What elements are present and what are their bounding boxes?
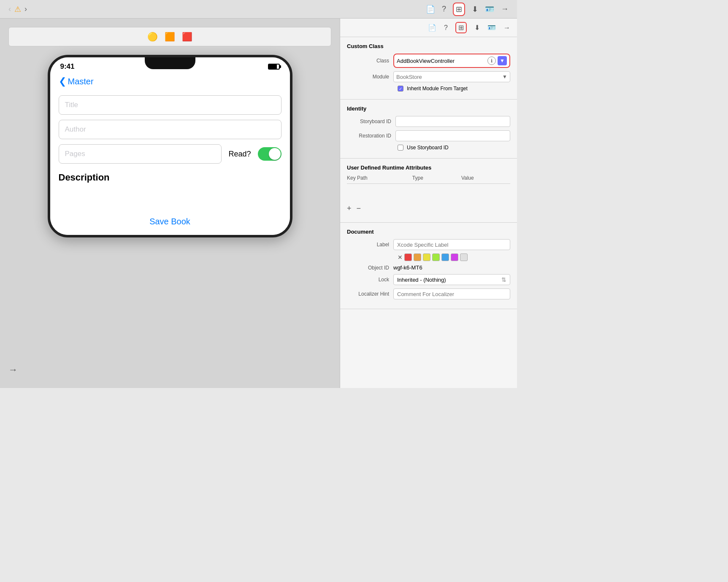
color-dot-blue[interactable] (441, 253, 449, 261)
module-dropdown-arrow[interactable]: ▼ (502, 74, 507, 80)
doc-label-input[interactable] (393, 239, 510, 250)
checkbox-check-icon: ✓ (399, 86, 402, 91)
value-header: Value (461, 175, 510, 181)
file-icon[interactable]: 📄 (426, 5, 435, 14)
module-row: Module ▼ (347, 71, 510, 82)
user-defined-section: User Defined Runtime Attributes Key Path… (340, 159, 517, 223)
phone-frame: 9:41 ❮ Master Title Author Pages (48, 55, 292, 237)
class-input[interactable] (397, 58, 486, 64)
back-arrow-icon[interactable]: ❮ (59, 76, 66, 87)
back-nav: ❮ Master (59, 74, 281, 87)
storyboard-id-label: Storyboard ID (347, 119, 395, 124)
identity-title: Identity (347, 105, 510, 112)
description-label: Description (59, 172, 281, 183)
document-title: Document (347, 229, 510, 235)
use-storyboard-checkbox[interactable] (398, 145, 403, 151)
phone-battery-fill (269, 65, 277, 69)
warning-icon: ⚠ (14, 5, 21, 14)
card-icon[interactable]: 🪪 (485, 5, 494, 14)
help-icon[interactable]: ? (442, 5, 446, 13)
class-input-row: ℹ ▼ (393, 54, 510, 68)
main-content: 🟡 🟧 🟥 9:41 ❮ Master Title (0, 19, 517, 388)
sim-icon-1[interactable]: 🟡 (147, 32, 158, 42)
download-icon[interactable]: ⬇ (472, 5, 478, 14)
insp-inspector-icon[interactable]: ⊞ (455, 22, 467, 33)
lock-label: Lock (347, 277, 393, 283)
color-dot-orange[interactable] (414, 253, 421, 261)
localizer-input[interactable] (393, 288, 510, 299)
insp-card-icon[interactable]: 🪪 (487, 24, 496, 32)
restoration-id-row: Restoration ID (347, 130, 510, 141)
insp-download-icon[interactable]: ⬇ (474, 24, 480, 32)
insp-file-icon[interactable]: 📄 (428, 24, 436, 32)
color-dot-purple[interactable] (451, 253, 458, 261)
phone-content: ❮ Master Title Author Pages Read? Descri… (50, 74, 290, 235)
color-row: ✕ (398, 253, 510, 261)
toggle-switch[interactable] (258, 147, 281, 161)
module-label: Module (347, 74, 393, 80)
class-info-button[interactable]: ℹ (487, 57, 496, 65)
toolbar-left: ‹ ⚠ › (8, 5, 27, 14)
color-dot-green[interactable] (432, 253, 440, 261)
attributes-header: Key Path Type Value (347, 175, 510, 184)
localizer-label: Localizer Hint (347, 291, 393, 297)
arrow-icon[interactable]: → (501, 5, 509, 13)
use-storyboard-row: Use Storyboard ID (398, 145, 510, 151)
custom-class-section: Custom Class Class ℹ ▼ Module ▼ (340, 37, 517, 100)
sim-icon-2[interactable]: 🟧 (165, 32, 175, 42)
color-dot-gray[interactable] (460, 253, 468, 261)
storyboard-id-input[interactable] (395, 116, 510, 127)
attr-actions: + − (347, 201, 510, 216)
module-input[interactable] (396, 74, 501, 80)
simulator-panel: 🟡 🟧 🟥 9:41 ❮ Master Title (0, 19, 340, 388)
title-input[interactable]: Title (59, 95, 281, 115)
use-storyboard-label: Use Storyboard ID (407, 145, 449, 151)
attributes-table: Key Path Type Value (347, 175, 510, 184)
lock-select[interactable]: Inherited - (Nothing) ⇅ (393, 274, 510, 285)
phone-battery (268, 64, 280, 70)
document-section: Document Label ✕ Object ID wgf-k6-MT6 (340, 223, 517, 309)
restoration-id-input[interactable] (395, 130, 510, 141)
sim-icon-3[interactable]: 🟥 (182, 32, 192, 42)
toolbar-nav: ‹ ⚠ › (8, 5, 27, 14)
nav-forward-arrow[interactable]: › (24, 5, 27, 13)
doc-label-row: Label (347, 239, 510, 250)
object-id-value: wgf-k6-MT6 (393, 264, 422, 271)
lock-select-text: Inherited - (Nothing) (397, 277, 446, 283)
inspector-icon[interactable]: ⊞ (453, 3, 465, 16)
inspector-panel: 📄 ? ⊞ ⬇ 🪪 → Custom Class Class ℹ ▼ (340, 19, 517, 388)
insp-arrow-icon[interactable]: → (503, 24, 510, 32)
phone-time: 9:41 (60, 62, 75, 71)
color-dot-yellow[interactable] (423, 253, 430, 261)
custom-class-title: Custom Class (347, 43, 510, 49)
object-id-label: Object ID (347, 265, 393, 271)
pages-read-row: Pages Read? (59, 144, 281, 164)
type-header: Type (412, 175, 461, 181)
class-dropdown-arrow: ▼ (500, 58, 505, 64)
module-input-wrap: ▼ (393, 71, 510, 82)
object-id-row: Object ID wgf-k6-MT6 (347, 264, 510, 271)
back-label[interactable]: Master (68, 77, 94, 86)
user-defined-title: User Defined Runtime Attributes (347, 164, 510, 171)
top-toolbar: ‹ ⚠ › 📄 ? ⊞ ⬇ 🪪 → (0, 0, 517, 19)
inherit-checkbox[interactable]: ✓ (398, 86, 403, 92)
remove-attribute-button[interactable]: − (357, 204, 361, 213)
identity-section: Identity Storyboard ID Restoration ID Us… (340, 100, 517, 159)
phone-notch (145, 57, 195, 69)
author-input[interactable]: Author (59, 120, 281, 139)
class-dropdown-button[interactable]: ▼ (498, 56, 507, 65)
save-book-button[interactable]: Save Book (59, 217, 281, 226)
storyboard-id-row: Storyboard ID (347, 116, 510, 127)
add-attribute-button[interactable]: + (347, 204, 352, 213)
color-x-button[interactable]: ✕ (398, 254, 403, 261)
color-dot-red[interactable] (404, 253, 412, 261)
insp-help-icon[interactable]: ? (444, 24, 448, 32)
class-field-label: Class (347, 58, 393, 64)
pages-input[interactable]: Pages (59, 144, 222, 164)
lock-stepper-arrows[interactable]: ⇅ (501, 276, 506, 283)
inherit-checkbox-row: ✓ Inherit Module From Target (398, 86, 510, 92)
lock-row: Lock Inherited - (Nothing) ⇅ (347, 274, 510, 285)
sim-bottom-arrow[interactable]: → (8, 364, 18, 375)
nav-back-arrow[interactable]: ‹ (8, 5, 11, 13)
toggle-knob (269, 148, 281, 160)
